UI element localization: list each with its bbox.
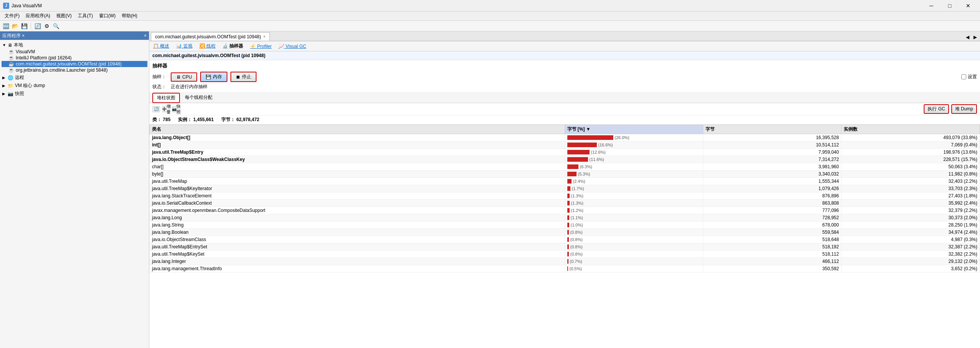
data-table-container[interactable]: 类名 字节 [%] ▼ 字节 实例数 java <box>149 125 980 348</box>
cell-instances-17: 29,132 (2.0%) <box>841 258 980 265</box>
cell-name-13: java.lang.Boolean <box>150 229 565 236</box>
tree-section-remote: ▶ 🌐 远程 <box>2 74 147 81</box>
cell-instances-15: 32,387 (2.2%) <box>841 243 980 251</box>
toolbar-new[interactable]: 🆕 <box>2 22 10 30</box>
sampler-controls: 抽样： 🖥 CPU 💾 内存 ⏹ 停止 设置 <box>152 72 977 82</box>
subnav-threads[interactable]: 🔀 线程 <box>198 42 217 50</box>
minimize-button[interactable]: ─ <box>923 0 940 11</box>
tab-next-btn[interactable]: ▶ <box>972 34 978 41</box>
menu-view[interactable]: 视图(V) <box>53 11 75 20</box>
cell-bytes-15: 518,192 <box>703 243 841 251</box>
subnav-monitor[interactable]: 📊 监视 <box>175 42 194 50</box>
java-icon-3: ☕ <box>8 67 14 73</box>
close-button[interactable]: ✕ <box>959 0 977 11</box>
main-toolbar: 🆕 📂 💾 🔄 ⚙ 🔍 <box>0 21 980 31</box>
heap-refresh-btn[interactable]: 🔄 <box>152 106 160 112</box>
process-title: com.michael.guitest.jvisualvm.OOMTest (p… <box>149 51 980 60</box>
snapshot-icon: 📷 <box>8 91 13 97</box>
tree-local-label[interactable]: ▼ 🖥 本地 <box>2 41 147 49</box>
table-row: java.io.ObjectStreamClass (0.8%) 518,648… <box>150 236 980 243</box>
toolbar-refresh[interactable]: 🔄 <box>33 22 42 30</box>
toolbar-search[interactable]: 🔍 <box>52 22 60 30</box>
cell-bar-13: (0.8%) <box>565 229 703 236</box>
cell-instances-3: 228,571 (15.7%) <box>841 156 980 163</box>
cpu-icon: 🖥 <box>176 74 181 80</box>
tree-vmdump-text: VM 核心 dump <box>15 82 45 89</box>
tree-vmdump-label[interactable]: ▶ 📁 VM 核心 dump <box>2 82 147 89</box>
tab-bar: com.michael.guitest.jvisualvm.OOMTest (p… <box>149 31 980 41</box>
tab-close-icon[interactable]: × <box>263 34 266 39</box>
tree-item-intellij[interactable]: ☕ IntelliJ Platform (pid 16264) <box>2 55 147 61</box>
menu-app[interactable]: 应用程序(A) <box>23 11 53 20</box>
settings-checkbox[interactable] <box>961 74 966 79</box>
subnav-overview[interactable]: 📋 概述 <box>152 42 171 50</box>
cell-bar-6: (2.4%) <box>565 178 703 185</box>
menu-window[interactable]: 窗口(W) <box>96 11 119 20</box>
content-area: com.michael.guitest.jvisualvm.OOMTest (p… <box>149 31 980 348</box>
tree-item-oomtest[interactable]: ☕ com.michael.guitest.jvisualvm.OOMTest … <box>2 61 147 67</box>
subnav-profiler[interactable]: ⚡ Profiler <box>248 43 273 50</box>
subnav-sampler[interactable]: 🔬 抽样器 <box>221 42 245 50</box>
stop-sample-btn[interactable]: ⏹ 停止 <box>230 72 256 82</box>
tree-item-visualvm[interactable]: ☕ VisualVM <box>2 49 147 55</box>
cell-instances-6: 32,403 (2.2%) <box>841 178 980 185</box>
heap-tab-histogram[interactable]: 堆柱状图 <box>152 93 180 103</box>
main-layout: 应用程序 × × ▼ 🖥 本地 ☕ VisualVM ☕ IntelliJ Pl… <box>0 31 980 348</box>
menu-tools[interactable]: 工具(T) <box>75 11 96 20</box>
cell-bar-14: (0.8%) <box>565 236 703 243</box>
menu-help[interactable]: 帮助(H) <box>119 11 140 20</box>
heap-data-table: 类名 字节 [%] ▼ 字节 实例数 java <box>149 125 980 272</box>
cell-name-5: byte[] <box>150 171 565 178</box>
cell-bar-7: (1.7%) <box>565 185 703 192</box>
memory-sample-btn[interactable]: 💾 内存 <box>200 72 227 82</box>
main-tab-oomtest[interactable]: com.michael.guitest.jvisualvm.OOMTest (p… <box>151 32 270 41</box>
stat-instances: 实例： 1,455,661 <box>178 117 214 123</box>
tree-section-local: ▼ 🖥 本地 ☕ VisualVM ☕ IntelliJ Platform (p… <box>2 41 147 73</box>
cell-name-16: java.util.TreeMap$KeySet <box>150 251 565 258</box>
cell-instances-4: 50,063 (3.4%) <box>841 163 980 171</box>
increment-icon: ➕ <box>162 107 167 111</box>
java-icon-2: ☕ <box>8 61 14 67</box>
heap-dump-btn[interactable]: 堆 Dump <box>951 104 977 114</box>
col-header-name[interactable]: 类名 <box>150 125 565 134</box>
col-header-bar[interactable]: 字节 [%] ▼ <box>565 125 703 134</box>
table-row: char[] (6.3%) 3,981,960 50,063 (3.4%) <box>150 163 980 171</box>
heap-tab-thread[interactable]: 每个线程分配 <box>181 93 217 103</box>
cpu-sample-btn[interactable]: 🖥 CPU <box>171 72 197 82</box>
cell-instances-2: 198,976 (13.6%) <box>841 149 980 156</box>
cell-bar-0: (26.0%) <box>565 134 703 141</box>
remote-icon: 🌐 <box>8 75 13 80</box>
toolbar-settings[interactable]: ⚙ <box>42 22 51 30</box>
cell-instances-14: 4,987 (0.3%) <box>841 236 980 243</box>
toolbar-open[interactable]: 📂 <box>11 22 19 30</box>
tree-item-launcher[interactable]: ☕ org.jetbrains.jps.cmdline.Launcher (pi… <box>2 67 147 73</box>
sidebar-close-btn[interactable]: × <box>144 33 147 38</box>
subnav-visualgc[interactable]: 📈 Visual GC <box>277 43 308 50</box>
maximize-button[interactable]: □ <box>941 0 959 11</box>
cell-bytes-17: 466,112 <box>703 258 841 265</box>
tab-prev-btn[interactable]: ◀ <box>964 34 971 41</box>
cell-name-1: int[] <box>150 141 565 149</box>
cell-instances-12: 28,250 (1.9%) <box>841 222 980 229</box>
col-header-instances[interactable]: 实例数 <box>841 125 980 134</box>
snapshot-cam-icon: 📷 <box>172 107 176 111</box>
table-row: int[] (16.6%) 10,514,112 7,069 (0.4%) <box>150 141 980 149</box>
heap-snapshot-btn[interactable]: 📷 快照 <box>172 106 180 112</box>
cell-bytes-7: 1,079,426 <box>703 185 841 192</box>
tree-section-snapshot: ▶ 📷 快照 <box>2 90 147 97</box>
cell-name-12: java.lang.String <box>150 222 565 229</box>
exec-gc-btn[interactable]: 执行 GC <box>924 104 949 114</box>
tree-remote-label[interactable]: ▶ 🌐 远程 <box>2 74 147 81</box>
tab-nav: ◀ ▶ <box>964 34 978 41</box>
sidebar-title: 应用程序 × <box>2 33 24 39</box>
toolbar-save[interactable]: 💾 <box>20 22 28 30</box>
cell-bar-17: (0.7%) <box>565 258 703 265</box>
cell-bytes-1: 10,514,112 <box>703 141 841 149</box>
menu-file[interactable]: 文件(F) <box>2 11 23 20</box>
sidebar: 应用程序 × × ▼ 🖥 本地 ☕ VisualVM ☕ IntelliJ Pl… <box>0 31 149 348</box>
col-header-bytes[interactable]: 字节 <box>703 125 841 134</box>
cell-name-9: java.io.SerialCallbackContext <box>150 200 565 207</box>
tree-snapshot-label[interactable]: ▶ 📷 快照 <box>2 90 147 97</box>
cell-bytes-4: 3,981,960 <box>703 163 841 171</box>
heap-increment-btn[interactable]: ➕ 增量 <box>162 106 170 112</box>
